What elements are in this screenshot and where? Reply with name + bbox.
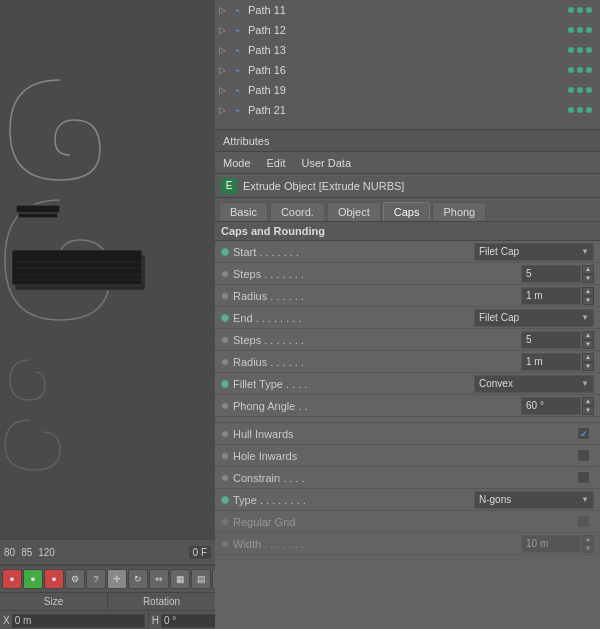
radius-end-down[interactable]: ▼ bbox=[582, 362, 594, 371]
object-title-text: Extrude Object [Extrude NURBS] bbox=[243, 180, 404, 192]
prop-indicator-type bbox=[221, 496, 229, 504]
obj-dots-5 bbox=[568, 107, 592, 113]
object-list: ▷ ⌁ Path 11 ▷ ⌁ Path 12 ▷ ⌁ Path 13 bbox=[215, 0, 600, 130]
obj-arrow-0: ▷ bbox=[219, 5, 226, 15]
svg-rect-14 bbox=[16, 205, 60, 213]
type-dropdown[interactable]: N-gons ▼ bbox=[474, 491, 594, 509]
prop-row-regular-grid: Regular Grid bbox=[215, 511, 600, 533]
prop-indicator-start bbox=[221, 248, 229, 256]
fillet-type-dropdown[interactable]: Convex ▼ bbox=[474, 375, 594, 393]
radius-start-up[interactable]: ▲ bbox=[582, 287, 594, 296]
end-dropdown[interactable]: Filet Cap ▼ bbox=[474, 309, 594, 327]
steps-start-down[interactable]: ▼ bbox=[582, 274, 594, 283]
tab-caps[interactable]: Caps bbox=[383, 202, 431, 221]
prop-indicator-hull-inwards bbox=[221, 430, 229, 438]
prop-label-hull-inwards: Hull Inwards bbox=[233, 428, 318, 440]
toolbar-btn-6[interactable]: ✛ bbox=[107, 569, 127, 589]
panel-header: Attributes bbox=[215, 130, 600, 152]
radius-start-stepper[interactable]: ▲ ▼ bbox=[582, 287, 594, 305]
phong-angle-stepper[interactable]: ▲ ▼ bbox=[582, 397, 594, 415]
menu-userdata[interactable]: User Data bbox=[298, 155, 356, 171]
prop-indicator-steps-start bbox=[221, 270, 229, 278]
phong-angle-field[interactable]: 60 ° bbox=[521, 397, 581, 415]
radius-start-field[interactable]: 1 m bbox=[521, 287, 581, 305]
prop-label-phong-angle: Phong Angle . . bbox=[233, 400, 318, 412]
steps-start-stepper[interactable]: ▲ ▼ bbox=[582, 265, 594, 283]
phong-angle-up[interactable]: ▲ bbox=[582, 397, 594, 406]
fillet-type-dropdown-arrow: ▼ bbox=[581, 379, 589, 388]
start-dropdown-arrow: ▼ bbox=[581, 247, 589, 256]
steps-start-up[interactable]: ▲ bbox=[582, 265, 594, 274]
hole-inwards-checkbox[interactable] bbox=[577, 449, 590, 462]
menu-mode[interactable]: Mode bbox=[219, 155, 255, 171]
obj-list-item-0[interactable]: ▷ ⌁ Path 11 bbox=[215, 0, 600, 20]
radius-end-stepper[interactable]: ▲ ▼ bbox=[582, 353, 594, 371]
toolbar-btn-5[interactable]: ? bbox=[86, 569, 106, 589]
prop-indicator-steps-end bbox=[221, 336, 229, 344]
steps-end-stepper[interactable]: ▲ ▼ bbox=[582, 331, 594, 349]
tab-coord[interactable]: Coord. bbox=[270, 202, 325, 221]
steps-start-field[interactable]: 5 bbox=[521, 265, 581, 283]
toolbar-btn-9[interactable]: ▦ bbox=[170, 569, 190, 589]
steps-end-up[interactable]: ▲ bbox=[582, 331, 594, 340]
obj-name-3: Path 16 bbox=[248, 64, 564, 76]
h-coord-input[interactable] bbox=[161, 614, 215, 628]
prop-row-constrain: Constrain . . . . bbox=[215, 467, 600, 489]
viewport-panel: 80 85 120 0 F ● ● ● ⚙ ? ✛ ↻ ⇔ ▦ ▤ ⊞ ↙ ▶ … bbox=[0, 0, 215, 629]
obj-arrow-5: ▷ bbox=[219, 105, 226, 115]
steps-end-down[interactable]: ▼ bbox=[582, 340, 594, 349]
width-down: ▼ bbox=[582, 544, 594, 553]
radius-start-down[interactable]: ▼ bbox=[582, 296, 594, 305]
radius-end-field[interactable]: 1 m bbox=[521, 353, 581, 371]
tab-basic[interactable]: Basic bbox=[219, 202, 268, 221]
obj-name-5: Path 21 bbox=[248, 104, 564, 116]
width-up: ▲ bbox=[582, 535, 594, 544]
prop-row-type: Type . . . . . . . . N-gons ▼ bbox=[215, 489, 600, 511]
tabs-bar: Basic Coord. Object Caps Phong bbox=[215, 198, 600, 222]
toolbar-btn-1[interactable]: ● bbox=[2, 569, 22, 589]
prop-label-width: Width . . . . . . . bbox=[233, 538, 318, 550]
toolbar-btn-10[interactable]: ▤ bbox=[191, 569, 211, 589]
prop-label-start: Start . . . . . . . bbox=[233, 246, 318, 258]
prop-indicator-phong-angle bbox=[221, 402, 229, 410]
steps-end-field[interactable]: 5 bbox=[521, 331, 581, 349]
obj-list-item-1[interactable]: ▷ ⌁ Path 12 bbox=[215, 20, 600, 40]
prop-indicator-radius-end bbox=[221, 358, 229, 366]
prop-label-end: End . . . . . . . . bbox=[233, 312, 318, 324]
obj-icon-2: ⌁ bbox=[230, 43, 244, 57]
toolbar-btn-4[interactable]: ⚙ bbox=[65, 569, 85, 589]
x-coord-input[interactable] bbox=[12, 614, 145, 628]
obj-name-2: Path 13 bbox=[248, 44, 564, 56]
constrain-checkbox[interactable] bbox=[577, 471, 590, 484]
toolbar-btn-2[interactable]: ● bbox=[23, 569, 43, 589]
prop-row-phong-angle: Phong Angle . . 60 ° ▲ ▼ bbox=[215, 395, 600, 417]
toolbar-btn-3[interactable]: ● bbox=[44, 569, 64, 589]
obj-icon-0: ⌁ bbox=[230, 3, 244, 17]
hull-inwards-checkbox[interactable]: ✓ bbox=[577, 427, 590, 440]
obj-name-4: Path 19 bbox=[248, 84, 564, 96]
tab-phong[interactable]: Phong bbox=[432, 202, 486, 221]
start-dropdown[interactable]: Filet Cap ▼ bbox=[474, 243, 594, 261]
prop-label-hole-inwards: Hole Inwards bbox=[233, 450, 318, 462]
phong-angle-down[interactable]: ▼ bbox=[582, 406, 594, 415]
toolbar-btn-7[interactable]: ↻ bbox=[128, 569, 148, 589]
rotation-label: Rotation bbox=[108, 593, 215, 610]
obj-name-1: Path 12 bbox=[248, 24, 564, 36]
prop-indicator-fillet-type bbox=[221, 380, 229, 388]
toolbar-btn-11[interactable]: ⊞ bbox=[212, 569, 215, 589]
obj-list-item-5[interactable]: ▷ ⌁ Path 21 bbox=[215, 100, 600, 120]
toolbar-btn-8[interactable]: ⇔ bbox=[149, 569, 169, 589]
prop-label-radius-start: Radius . . . . . . bbox=[233, 290, 318, 302]
prop-indicator-regular-grid bbox=[221, 518, 229, 526]
obj-list-item-4[interactable]: ▷ ⌁ Path 19 bbox=[215, 80, 600, 100]
prop-row-fillet-type: Fillet Type . . . . Convex ▼ bbox=[215, 373, 600, 395]
prop-label-radius-end: Radius . . . . . . bbox=[233, 356, 318, 368]
radius-end-up[interactable]: ▲ bbox=[582, 353, 594, 362]
obj-dots-4 bbox=[568, 87, 592, 93]
prop-row-radius-end: Radius . . . . . . 1 m ▲ ▼ bbox=[215, 351, 600, 373]
obj-list-item-2[interactable]: ▷ ⌁ Path 13 bbox=[215, 40, 600, 60]
prop-row-steps-start: Steps . . . . . . . 5 ▲ ▼ bbox=[215, 263, 600, 285]
obj-list-item-3[interactable]: ▷ ⌁ Path 16 bbox=[215, 60, 600, 80]
menu-edit[interactable]: Edit bbox=[263, 155, 290, 171]
tab-object[interactable]: Object bbox=[327, 202, 381, 221]
